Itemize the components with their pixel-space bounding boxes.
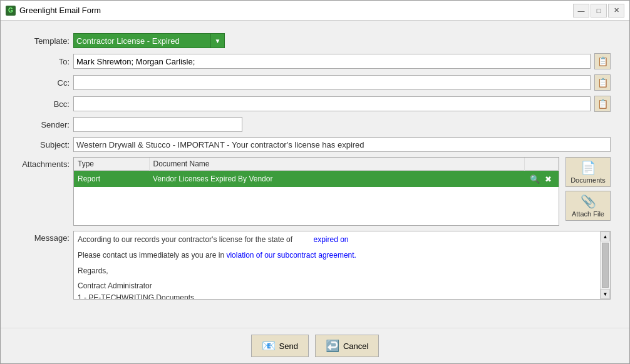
message-section: Message: According to our records your c… bbox=[19, 231, 611, 315]
documents-icon: 📄 bbox=[581, 160, 596, 175]
close-button[interactable]: ✕ bbox=[608, 4, 624, 18]
subject-input[interactable] bbox=[73, 137, 611, 152]
form-content: Template: Contractor License - Expired ▼… bbox=[1, 21, 629, 328]
attachment-type: Report bbox=[74, 171, 149, 188]
message-line2: Please contact us immediately as you are… bbox=[78, 250, 596, 261]
message-label: Message: bbox=[19, 231, 70, 243]
attachment-name: Vendor Licenses Expired By Vendor bbox=[149, 171, 525, 188]
attachments-table: Type Document Name Report Vendor License… bbox=[73, 157, 559, 226]
bcc-label: Bcc: bbox=[19, 99, 70, 109]
to-row: To: 📋 bbox=[19, 53, 611, 69]
attach-file-label: Attach File bbox=[572, 210, 604, 218]
to-label: To: bbox=[19, 57, 70, 66]
attachment-view-button[interactable]: 🔍 bbox=[529, 173, 541, 185]
window-title: Greenlight Email Form bbox=[19, 6, 101, 15]
footer: 📧 Send ↩️ Cancel bbox=[1, 328, 629, 363]
cancel-icon: ↩️ bbox=[326, 339, 339, 353]
message-line4: Contract Administrator bbox=[78, 280, 596, 292]
sender-label: Sender: bbox=[19, 120, 70, 129]
documents-button[interactable]: 📄 Documents bbox=[565, 157, 611, 187]
attachments-label: Attachments: bbox=[19, 157, 70, 169]
cc-input[interactable] bbox=[73, 75, 591, 90]
attachments-list: Type Document Name Report Vendor License… bbox=[74, 158, 559, 187]
message-line5: 1 - PE-TECHWRITING Documents bbox=[78, 292, 596, 299]
col-docname: Document Name bbox=[149, 158, 525, 171]
message-line3: Regards, bbox=[78, 265, 596, 277]
sender-input[interactable] bbox=[73, 117, 242, 132]
col-type: Type bbox=[74, 158, 149, 171]
main-window: G Greenlight Email Form — □ ✕ Template: … bbox=[0, 0, 630, 364]
col-actions bbox=[525, 158, 559, 171]
attachment-actions: 🔍 ✖ bbox=[525, 171, 559, 188]
cc-row: Cc: 📋 bbox=[19, 74, 611, 91]
scroll-down-button[interactable]: ▼ bbox=[601, 289, 610, 299]
message-body: According to our records your contractor… bbox=[74, 231, 600, 299]
template-select-wrap: Contractor License - Expired ▼ bbox=[73, 33, 225, 48]
message-scrollbar: ▲ ▼ bbox=[600, 231, 610, 299]
template-label: Template: bbox=[19, 36, 70, 46]
subject-label: Subject: bbox=[19, 140, 70, 149]
template-row: Template: Contractor License - Expired ▼ bbox=[19, 33, 611, 48]
subject-row: Subject: bbox=[19, 137, 611, 152]
attach-file-icon: 📎 bbox=[581, 194, 596, 209]
cc-label: Cc: bbox=[19, 78, 70, 88]
cc-address-book-button[interactable]: 📋 bbox=[594, 74, 611, 91]
template-select[interactable]: Contractor License - Expired bbox=[73, 33, 211, 48]
table-row[interactable]: Report Vendor Licenses Expired By Vendor… bbox=[74, 171, 559, 188]
cancel-button[interactable]: ↩️ Cancel bbox=[315, 335, 379, 357]
bcc-row: Bcc: 📋 bbox=[19, 96, 611, 112]
message-line1: According to our records your contractor… bbox=[78, 234, 596, 246]
send-button[interactable]: 📧 Send bbox=[251, 335, 309, 357]
attachments-section: Attachments: Type Document Name Report V… bbox=[19, 157, 611, 226]
titlebar: G Greenlight Email Form — □ ✕ bbox=[1, 1, 629, 21]
send-icon: 📧 bbox=[262, 339, 276, 353]
scroll-up-button[interactable]: ▲ bbox=[601, 231, 610, 241]
minimize-button[interactable]: — bbox=[573, 4, 589, 18]
attach-file-button[interactable]: 📎 Attach File bbox=[565, 191, 611, 221]
sender-row: Sender: bbox=[19, 117, 611, 132]
cancel-label: Cancel bbox=[343, 341, 368, 351]
scroll-thumb[interactable] bbox=[602, 243, 609, 288]
side-buttons: 📄 Documents 📎 Attach File bbox=[565, 157, 611, 221]
bcc-address-book-button[interactable]: 📋 bbox=[594, 96, 611, 112]
maximize-button[interactable]: □ bbox=[591, 4, 607, 18]
to-address-book-button[interactable]: 📋 bbox=[594, 53, 611, 69]
send-label: Send bbox=[279, 341, 298, 351]
app-icon: G bbox=[6, 6, 16, 16]
titlebar-left: G Greenlight Email Form bbox=[6, 6, 101, 16]
template-dropdown-btn[interactable]: ▼ bbox=[211, 33, 225, 48]
message-scroll-container: According to our records your contractor… bbox=[73, 231, 611, 300]
documents-label: Documents bbox=[571, 176, 606, 184]
bcc-input[interactable] bbox=[73, 96, 591, 111]
to-input[interactable] bbox=[73, 54, 591, 69]
attachment-delete-button[interactable]: ✖ bbox=[542, 173, 555, 185]
titlebar-controls: — □ ✕ bbox=[573, 4, 624, 18]
